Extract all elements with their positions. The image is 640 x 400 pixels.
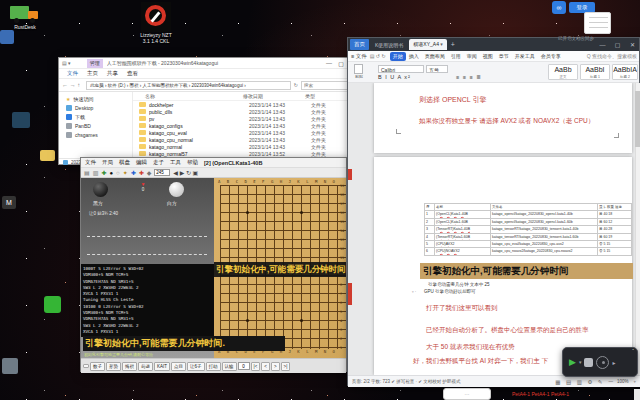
- score-button[interactable]: 点目: [171, 362, 186, 371]
- font-family-select[interactable]: Calibri: [378, 65, 424, 73]
- ribbon-tab-start[interactable]: 开始: [390, 52, 406, 61]
- folder-icon[interactable]: [40, 150, 55, 161]
- file-menu[interactable]: ≡ 文件: [351, 53, 367, 60]
- toolbar-icon[interactable]: ✚: [139, 169, 144, 176]
- table-row[interactable]: dockhelper2023/1/14 13:43文件夹: [133, 101, 359, 108]
- desktop-icon-lizzieyzy[interactable]: Lizzieyzy NZT 3.1 1.4 CKL: [134, 2, 178, 44]
- visits-input[interactable]: [154, 169, 170, 176]
- toolbar-icon[interactable]: ▤: [84, 169, 90, 176]
- table-row[interactable]: katago_cpu_normal2023/1/14 13:43文件夹: [133, 136, 359, 143]
- style-chip-h2[interactable]: AaBbIA标题 2: [612, 64, 638, 80]
- play-icon[interactable]: ▶: [569, 357, 576, 367]
- first-move-button[interactable]: |<: [251, 362, 261, 371]
- search-command-box[interactable]: Q 查找命令、搜索模板: [587, 53, 639, 59]
- sidebar-item-desktop[interactable]: Desktop: [59, 103, 132, 112]
- desktop-icon-rustdesk[interactable]: RustDesk: [8, 2, 42, 30]
- breadcrumb[interactable]: 此电脑 › 软件 (D:) › 围棋 › 人工智能围棋软件下载 › 202303…: [86, 81, 290, 90]
- sidebar-item-quick-access[interactable]: ★ 快速访问: [59, 94, 132, 103]
- document-area[interactable]: 则选择 OPENCL 引擎 如果你没有独立显卡 请选择 AVX2 或者 NOAV…: [348, 83, 640, 375]
- dial-icon[interactable]: [596, 356, 609, 369]
- estimate-button[interactable]: 形势: [106, 362, 121, 371]
- forward-button[interactable]: 前进: [138, 362, 153, 371]
- format-buttons[interactable]: B I U A x²: [378, 74, 411, 80]
- table-row[interactable]: public_dlls2023/1/14 13:43文件夹: [133, 108, 359, 115]
- table-row[interactable]: katago_normal2023/1/14 13:43文件夹: [133, 143, 359, 150]
- table-row[interactable]: katago_normal572023/1/14 13:52文件夹: [133, 150, 359, 157]
- chevron-down-icon[interactable]: ▾: [579, 359, 582, 365]
- table-row[interactable]: katago_cpu_eval2023/1/14 13:43文件夹: [133, 129, 359, 136]
- sidebar-item-chsgames[interactable]: chsgames: [59, 130, 132, 139]
- table-row[interactable]: katago_configs2023/1/14 13:43文件夹: [133, 122, 359, 129]
- ribbon-tab-dev[interactable]: 开发工具: [512, 53, 538, 59]
- menu-board[interactable]: 棋盘: [119, 159, 130, 166]
- last-move-button[interactable]: >|: [281, 362, 291, 371]
- minimize-icon[interactable]: —: [323, 60, 335, 66]
- ribbon-tab-layout[interactable]: 页面布局: [422, 53, 448, 59]
- ribbon-tab-review[interactable]: 审阅: [464, 53, 480, 59]
- move-number-input[interactable]: [238, 362, 250, 370]
- tab-home[interactable]: 主页: [87, 70, 98, 77]
- desktop-side-icon[interactable]: [12, 112, 30, 128]
- toolbar-icon[interactable]: ✚: [101, 169, 106, 176]
- font-size-select[interactable]: 五号: [426, 65, 448, 73]
- toolbar-icon[interactable]: ✚: [131, 169, 136, 176]
- next-move-button[interactable]: >: [271, 362, 280, 371]
- ribbon-tab-member[interactable]: 会员专享: [538, 53, 564, 59]
- style-chip-h1[interactable]: AaBbI标题 1: [580, 64, 610, 80]
- table-row[interactable]: pv2023/1/14 13:43文件夹: [133, 115, 359, 122]
- minimize-icon[interactable]: —: [596, 42, 609, 48]
- desktop-side-icon[interactable]: M: [2, 196, 16, 209]
- count-button[interactable]: [83, 364, 89, 368]
- menu-tools[interactable]: 工具: [170, 159, 181, 166]
- menu-help[interactable]: 帮助: [187, 159, 198, 166]
- handicap-button[interactable]: 让6子: [187, 362, 205, 371]
- menu-newgame[interactable]: 开局: [102, 159, 113, 166]
- kait-button[interactable]: KAIT: [154, 362, 170, 371]
- next-icon[interactable]: ▸: [612, 359, 615, 366]
- prev-move-button[interactable]: <: [261, 362, 270, 371]
- collapse-icon[interactable]: ˆ: [632, 348, 634, 354]
- explorer-titlebar[interactable]: ▤ ▾ 管理 人工智能围棋软件下载 - 20230304win64katagog…: [59, 58, 359, 69]
- paragraph-buttons[interactable]: ≡ ≡ ≡ ≣: [456, 74, 482, 80]
- desktop-side-icon[interactable]: [44, 296, 61, 313]
- recorder-toolbar[interactable]: ▶ ▾ ▸ ˆ: [562, 347, 638, 377]
- scrollbar-thumb[interactable]: [635, 91, 640, 147]
- toolbar-nav-icons[interactable]: ◀ ▶ ↻ ▣: [173, 169, 198, 176]
- desktop-side-icon[interactable]: [0, 30, 14, 44]
- desktop-side-icon[interactable]: [2, 358, 18, 374]
- quick-access-icons[interactable]: ▤ ↺ ↻: [370, 53, 386, 59]
- explorer-context-tab[interactable]: 管理: [87, 59, 103, 68]
- column-type[interactable]: 类型: [305, 93, 347, 99]
- sidebar-item-downloads[interactable]: 下载: [59, 112, 132, 121]
- refresh-icon[interactable]: ↻: [294, 82, 298, 88]
- zoom-out-button[interactable]: —: [608, 379, 613, 384]
- style-chip-body[interactable]: AaBb正文: [548, 64, 578, 80]
- paste-button[interactable]: 粘贴: [353, 64, 365, 79]
- ribbon-tab-section[interactable]: 章节: [496, 53, 512, 59]
- tab-view[interactable]: 查看: [127, 70, 138, 77]
- ribbon-tab-insert[interactable]: 插入: [406, 53, 422, 59]
- undo-button[interactable]: 悔棋: [122, 362, 137, 371]
- ribbon-tab-references[interactable]: 引用: [448, 53, 464, 59]
- tab-share[interactable]: 共享: [107, 70, 118, 77]
- toolbar-icon[interactable]: ✦: [123, 169, 128, 176]
- column-date[interactable]: 修改日期: [243, 93, 305, 99]
- chevron-down-icon[interactable]: ▾: [440, 41, 443, 47]
- tab-file[interactable]: 文件: [67, 70, 78, 77]
- count-button[interactable]: 数子: [90, 362, 105, 371]
- toolbar-icon[interactable]: ▥: [93, 169, 99, 176]
- sidebar-item-panbd[interactable]: PanBD: [59, 121, 132, 130]
- tab-doc1[interactable]: K使用说明书: [371, 42, 407, 48]
- resign-button[interactable]: 认输: [222, 362, 237, 371]
- menu-file[interactable]: 文件: [85, 159, 96, 166]
- back-forward-up-icons[interactable]: ← → ↑: [62, 82, 80, 88]
- new-tab-button[interactable]: +: [451, 41, 455, 48]
- toolbar-icon[interactable]: ◆: [147, 169, 152, 176]
- engine-console[interactable]: 1000T S L2Error S W3D+02 VDM300+S NDM TC…: [81, 264, 214, 337]
- toolbar-icon[interactable]: ●: [109, 170, 113, 176]
- menu-move[interactable]: 走子: [153, 159, 164, 166]
- column-name[interactable]: 名称: [133, 93, 243, 99]
- menu-edit[interactable]: 编辑: [136, 159, 147, 166]
- close-icon[interactable]: ✕: [626, 41, 639, 48]
- stop-icon[interactable]: [584, 358, 593, 367]
